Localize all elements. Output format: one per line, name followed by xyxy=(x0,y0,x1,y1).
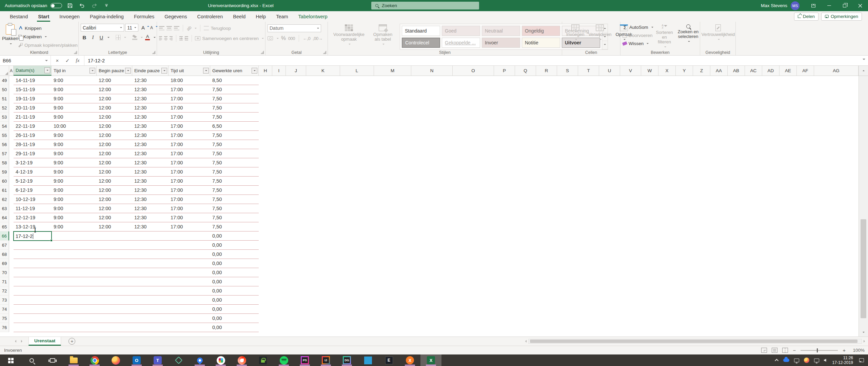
cell[interactable]: 12:30 xyxy=(132,195,169,204)
previous-sheet-icon[interactable] xyxy=(14,340,16,343)
taskbar-datagrip-button[interactable]: DG xyxy=(336,354,357,366)
cell[interactable] xyxy=(52,296,97,304)
cell[interactable]: 7,50 xyxy=(210,158,259,167)
filter-button[interactable] xyxy=(252,68,257,74)
cell[interactable] xyxy=(132,277,169,286)
select-all-corner[interactable] xyxy=(0,66,9,76)
comments-button[interactable]: Opmerkingen xyxy=(821,13,862,21)
font-dialog-launcher[interactable] xyxy=(152,51,155,54)
cell[interactable] xyxy=(14,296,52,304)
row-header-70[interactable]: 70 xyxy=(0,268,9,277)
cell[interactable]: 12:30 xyxy=(132,140,169,149)
alignment-dialog-launcher[interactable] xyxy=(261,51,264,54)
column-header-p[interactable]: P xyxy=(494,66,515,76)
zoom-in-button[interactable]: + xyxy=(843,347,846,353)
cell-style-goed[interactable]: Goed xyxy=(442,26,480,36)
cell[interactable]: 9:00 xyxy=(52,149,97,158)
ribbon-tab-gegevens[interactable]: Gegevens xyxy=(159,11,192,22)
cell[interactable]: 17:00 xyxy=(169,122,210,130)
cell[interactable]: 12:00 xyxy=(97,122,132,130)
filter-button[interactable] xyxy=(90,68,95,74)
cell[interactable]: 17:00 xyxy=(169,113,210,121)
font-name-select[interactable]: Calibri xyxy=(81,24,124,32)
cell[interactable]: 12:30 xyxy=(132,158,169,167)
cell[interactable] xyxy=(97,231,132,240)
paste-button[interactable]: Plakken xyxy=(2,24,18,50)
cell[interactable]: 6-12-19 xyxy=(14,186,52,195)
cell[interactable]: 7,50 xyxy=(210,167,259,176)
cell[interactable]: 7,50 xyxy=(210,140,259,149)
cell[interactable]: 0,00 xyxy=(210,286,259,295)
cell[interactable] xyxy=(14,286,52,295)
vertical-scrollbar[interactable] xyxy=(859,76,868,337)
taskbar-start-button[interactable] xyxy=(0,354,21,366)
cell[interactable] xyxy=(132,296,169,304)
cell[interactable]: 17:00 xyxy=(169,167,210,176)
cell-style-controlecel[interactable]: Controlecel xyxy=(402,38,440,48)
column-header-k[interactable]: K xyxy=(306,66,340,76)
column-header-x[interactable]: X xyxy=(658,66,676,76)
cell[interactable] xyxy=(52,323,97,332)
number-format-select[interactable]: Datum xyxy=(268,24,321,32)
cell[interactable]: 12:00 xyxy=(97,113,132,121)
ribbon-tab-tabelontwerp[interactable]: Tabelontwerp xyxy=(293,11,333,22)
decrease-decimal-icon[interactable]: ,00→ xyxy=(313,36,322,41)
cell[interactable]: 12:30 xyxy=(132,131,169,140)
shrink-font-button[interactable]: A xyxy=(148,24,155,32)
minimize-button[interactable] xyxy=(821,0,837,11)
cell[interactable] xyxy=(169,241,210,249)
zoom-out-button[interactable]: − xyxy=(793,347,796,353)
column-header-s[interactable]: S xyxy=(557,66,578,76)
row-header-51[interactable]: 51 xyxy=(0,94,9,103)
row-header-67[interactable]: 67 xyxy=(0,241,9,250)
cell[interactable]: 0,00 xyxy=(210,250,259,259)
column-header-q[interactable]: Q xyxy=(515,66,536,76)
row-header-55[interactable]: 55 xyxy=(0,131,9,140)
column-header-y[interactable]: Y xyxy=(676,66,693,76)
row-header-65[interactable]: 65 xyxy=(0,222,9,231)
filter-button[interactable] xyxy=(203,68,209,74)
cell[interactable]: 12:30 xyxy=(132,213,169,222)
cell[interactable]: 9:00 xyxy=(52,158,97,167)
enter-entry-button[interactable]: ✓ xyxy=(62,57,73,65)
cell[interactable]: 9:00 xyxy=(52,186,97,195)
taskbar-mendix-button[interactable] xyxy=(168,354,189,366)
cell[interactable] xyxy=(169,277,210,286)
volume-icon[interactable] xyxy=(824,359,826,362)
column-header-ac[interactable]: AC xyxy=(745,66,762,76)
row-header-75[interactable]: 75 xyxy=(0,314,9,323)
cell[interactable]: 12:00 xyxy=(97,186,132,195)
row-header-64[interactable]: 64 xyxy=(0,213,9,222)
decrease-indent-icon[interactable] xyxy=(180,36,183,40)
cell[interactable]: 17:00 xyxy=(169,158,210,167)
row-header-62[interactable]: 62 xyxy=(0,195,9,204)
cell[interactable]: 0,00 xyxy=(210,268,259,277)
taskbar-search-button[interactable] xyxy=(21,354,42,366)
cell[interactable]: 9:00 xyxy=(52,140,97,149)
cell[interactable] xyxy=(132,305,169,313)
cell[interactable]: 7,50 xyxy=(210,149,259,158)
row-header-60[interactable]: 60 xyxy=(0,177,9,186)
cell[interactable]: 6,50 xyxy=(210,122,259,130)
cell[interactable]: 12:30 xyxy=(132,177,169,185)
cell[interactable] xyxy=(132,250,169,259)
close-button[interactable] xyxy=(852,0,868,11)
cell[interactable]: 12:00 xyxy=(97,204,132,213)
cell[interactable] xyxy=(52,268,97,277)
redo-button[interactable] xyxy=(90,2,99,10)
page-layout-view-button[interactable] xyxy=(772,348,777,353)
cell[interactable]: 9:00 xyxy=(52,103,97,112)
cell[interactable] xyxy=(132,241,169,249)
taskbar-explorer-button[interactable] xyxy=(63,354,84,366)
cell[interactable]: 12:30 xyxy=(132,103,169,112)
cell[interactable]: 12:00 xyxy=(97,149,132,158)
cell[interactable]: 15-11-19 xyxy=(14,85,52,94)
cell[interactable]: 12:30 xyxy=(132,186,169,195)
column-header-a[interactable]: A xyxy=(9,66,14,76)
ribbon-tab-team[interactable]: Team xyxy=(271,11,293,22)
borders-button[interactable] xyxy=(114,34,122,41)
cell[interactable]: 9:00 xyxy=(52,76,97,85)
cell[interactable]: 12:30 xyxy=(132,85,169,94)
cell[interactable] xyxy=(169,250,210,259)
bold-button[interactable]: B xyxy=(81,34,88,41)
